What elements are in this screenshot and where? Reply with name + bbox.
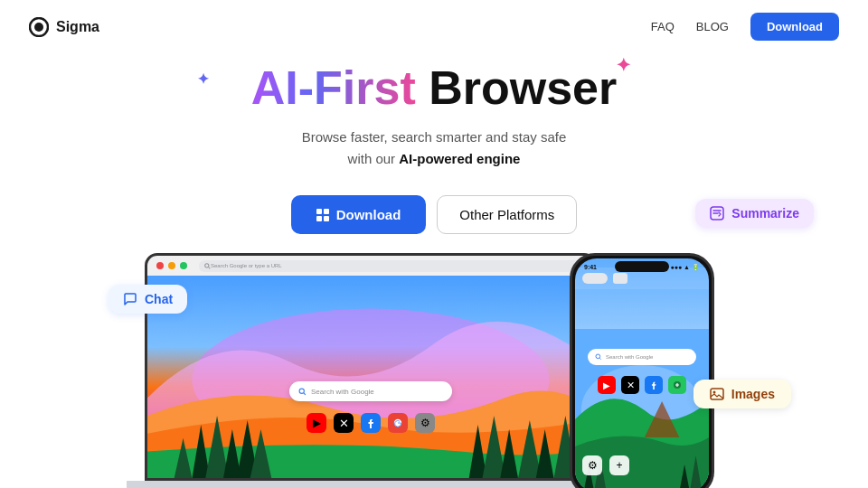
svg-point-5: [205, 263, 209, 267]
laptop: Search Google or type a URL: [145, 253, 597, 488]
svg-point-1: [34, 23, 43, 32]
hero-subtitle: Browse faster, search smarter and stay s…: [0, 127, 868, 170]
facebook-icon: [361, 413, 381, 433]
laptop-screen: Search Google or type a URL: [147, 256, 594, 478]
nav-blog[interactable]: BLOG: [696, 20, 729, 33]
logo-icon: [29, 17, 49, 37]
laptop-content: Search with Google ▶ ✕ ⚙: [147, 276, 594, 478]
laptop-body: Search Google or type a URL: [145, 253, 597, 481]
dot-red: [156, 262, 164, 269]
svg-point-20: [299, 389, 304, 393]
dot-yellow: [168, 262, 175, 269]
landscape-svg: [147, 276, 594, 478]
images-badge: Images: [693, 380, 791, 408]
phone-screen: 9:41 ●●● ▲ 🔋: [575, 258, 709, 488]
svg-point-29: [596, 354, 600, 359]
phone-bottom-icons: ⚙ +: [582, 455, 629, 475]
hero-title: AI-First Browser ✦ ✦: [251, 62, 618, 114]
settings-icon: ⚙: [415, 413, 435, 433]
phone-add: +: [609, 455, 629, 475]
images-icon: [710, 387, 724, 401]
phone-search-bar[interactable]: Search with Google: [588, 349, 696, 365]
phone-facebook-icon: [645, 376, 663, 394]
google-icon: [388, 413, 408, 433]
hero-download-button[interactable]: Download: [291, 195, 427, 234]
address-bar[interactable]: Search Google or type a URL: [199, 260, 585, 272]
hero-ai-text: AI-: [251, 61, 314, 114]
phone-settings: ⚙: [582, 455, 602, 475]
hero-browser-text: Browser: [416, 61, 618, 114]
x-icon: ✕: [334, 413, 354, 433]
svg-point-4: [712, 391, 715, 394]
laptop-base: [127, 481, 615, 488]
phone-green-icon: [668, 376, 686, 394]
nav-download-button[interactable]: Download: [750, 13, 839, 41]
laptop-browser-bar: Search Google or type a URL: [147, 256, 594, 276]
phone-notch: [615, 261, 669, 272]
phone: 9:41 ●●● ▲ 🔋: [570, 253, 714, 488]
dot-green: [180, 262, 187, 269]
other-platforms-button[interactable]: Other Platforms: [437, 195, 577, 234]
star-blue-icon: ✦: [197, 71, 209, 88]
chat-icon: [123, 292, 137, 306]
devices-container: Search Google or type a URL: [118, 244, 750, 488]
nav-links: FAQ BLOG Download: [651, 13, 839, 41]
windows-icon: [316, 209, 329, 221]
youtube-icon: ▶: [307, 413, 326, 433]
summarize-icon: [710, 206, 724, 221]
phone-x-icon: ✕: [621, 376, 639, 394]
svg-rect-3: [711, 389, 723, 399]
laptop-search-bar[interactable]: Search with Google: [289, 381, 452, 401]
star-pink-icon: ✦: [616, 55, 631, 75]
logo: Sigma: [29, 17, 99, 37]
hero-first-text: First: [314, 61, 416, 114]
nav-faq[interactable]: FAQ: [651, 20, 675, 33]
laptop-app-icons: ▶ ✕ ⚙: [307, 413, 435, 433]
phone-toggle: [582, 273, 608, 284]
phone-app-icons: ▶ ✕: [598, 376, 686, 394]
summarize-badge: Summarize: [695, 199, 814, 228]
navbar: Sigma FAQ BLOG Download: [0, 0, 868, 53]
search-icon-small: [204, 263, 211, 269]
phone-tab: [613, 273, 627, 284]
phone-youtube-icon: ▶: [598, 376, 616, 394]
chat-badge: Chat: [108, 285, 187, 314]
logo-text: Sigma: [56, 19, 99, 35]
